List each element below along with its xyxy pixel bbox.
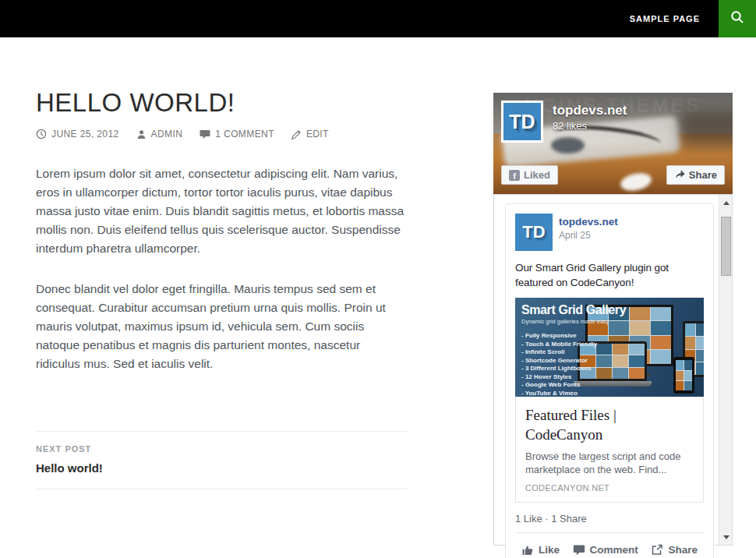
meta-edit[interactable]: EDIT: [291, 129, 329, 140]
meta-author[interactable]: ADMIN: [136, 129, 183, 140]
post-navigation: NEXT POST Hello world!: [36, 431, 407, 489]
banner-feature-list: - Fully Responsive - Touch & Mobile Frie…: [521, 332, 626, 397]
share-arrow-icon: [674, 169, 685, 182]
share-box-icon: [651, 544, 663, 556]
nav-item-sample-page[interactable]: SAMPLE PAGE: [611, 0, 719, 37]
fb-post-date-link[interactable]: April 25: [559, 230, 618, 241]
pencil-icon: [291, 129, 302, 140]
link-card: Featured Files | CodeCanyon Browse the l…: [515, 397, 704, 503]
search-button[interactable]: [719, 0, 756, 37]
fb-cover: UGINS THEMES TD topdevs.net 82 likes f L…: [493, 93, 733, 194]
fb-timeline: TD topdevs.net April 25 Our Smart Grid G…: [493, 194, 733, 546]
person-icon: [136, 129, 147, 140]
widget-scrollbar[interactable]: [719, 195, 732, 545]
like-button[interactable]: Like: [521, 544, 560, 556]
share-page-button[interactable]: Share: [666, 165, 725, 185]
thumbs-up-icon: [521, 544, 534, 556]
fb-post-avatar[interactable]: TD: [515, 214, 553, 251]
clock-icon: [36, 129, 47, 140]
post-meta: JUNE 25, 2012 ADMIN 1 COMMENT EDIT: [36, 129, 407, 140]
fb-post-stats[interactable]: 1 Like · 1 Share: [515, 513, 704, 524]
banner-image: Smart Grid Gallery Dynamic grid gallerie…: [515, 298, 704, 397]
article-column: HELLO WORLD! JUNE 25, 2012 ADMIN 1 COMME…: [36, 86, 407, 489]
post-paragraph: Donec blandit vel dolor eget fringilla. …: [36, 280, 407, 373]
meta-comments[interactable]: 1 COMMENT: [200, 129, 274, 140]
page-title: HELLO WORLD!: [36, 86, 407, 120]
top-nav-bar: SAMPLE PAGE: [0, 0, 756, 37]
divider: [36, 431, 407, 432]
facebook-page-widget: UGINS THEMES TD topdevs.net 82 likes f L…: [493, 93, 733, 546]
comment-bubble-icon: [200, 129, 210, 140]
divider: [36, 489, 407, 489]
facebook-icon: f: [509, 170, 520, 181]
link-card-description: Browse the largest script and code marke…: [525, 450, 694, 476]
link-card-domain: CODECANYON.NET: [525, 483, 694, 493]
search-icon: [730, 9, 745, 28]
banner-phone: [673, 357, 694, 394]
banner-subtitle: Dynamic grid galleries made easy: [521, 318, 626, 325]
meta-date[interactable]: JUNE 25, 2012: [36, 129, 119, 140]
fb-post-header: TD topdevs.net April 25: [515, 214, 704, 251]
fb-post-text: Our Smart Grid Gallery plugin got featur…: [515, 260, 704, 290]
fb-page-avatar[interactable]: TD: [501, 101, 543, 143]
next-post-link[interactable]: Hello world!: [36, 461, 407, 475]
banner-title: Smart Grid Gallery: [521, 303, 626, 317]
comment-button[interactable]: Comment: [573, 544, 638, 556]
fb-post-actions: Like Comment Share: [515, 533, 704, 558]
share-button[interactable]: Share: [651, 544, 698, 556]
fb-page-likes: 82 likes: [553, 120, 587, 132]
next-post-label: NEXT POST: [36, 444, 407, 454]
comment-icon: [573, 544, 585, 556]
liked-button[interactable]: f Liked: [501, 165, 558, 185]
post-paragraph: Lorem ipsum dolor sit amet, consectetur …: [36, 164, 407, 258]
link-preview[interactable]: Smart Grid Gallery Dynamic grid gallerie…: [515, 298, 704, 503]
fb-post-card: TD topdevs.net April 25 Our Smart Grid G…: [505, 203, 714, 558]
fb-post-author-link[interactable]: topdevs.net: [559, 216, 618, 228]
page: SAMPLE PAGE HELLO WORLD! JUNE 25, 2012 A…: [0, 0, 756, 558]
scroll-up-icon[interactable]: [719, 196, 733, 209]
link-card-title[interactable]: Featured Files | CodeCanyon: [525, 405, 694, 444]
scrollbar-thumb[interactable]: [721, 217, 731, 276]
scroll-down-icon[interactable]: [719, 531, 733, 543]
fb-page-name[interactable]: topdevs.net: [553, 103, 627, 118]
